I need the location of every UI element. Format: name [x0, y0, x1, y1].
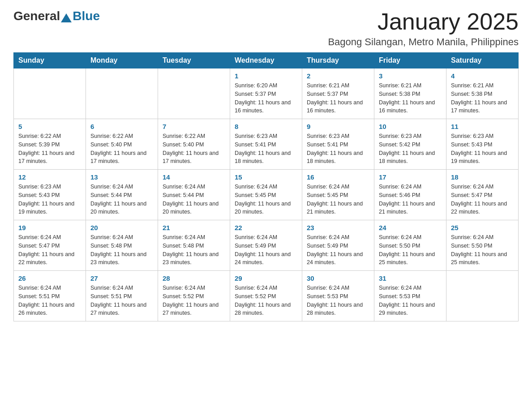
calendar-cell: 9Sunrise: 6:23 AM Sunset: 5:41 PM Daylig… — [302, 119, 374, 170]
calendar-cell: 25Sunrise: 6:24 AM Sunset: 5:50 PM Dayli… — [446, 220, 519, 271]
day-number: 23 — [307, 224, 369, 231]
logo: General Blue — [13, 9, 100, 23]
calendar-cell: 4Sunrise: 6:21 AM Sunset: 5:38 PM Daylig… — [446, 68, 519, 119]
calendar-cell: 31Sunrise: 6:24 AM Sunset: 5:53 PM Dayli… — [374, 271, 446, 321]
day-number: 26 — [18, 274, 81, 282]
day-number: 14 — [163, 173, 225, 181]
day-info: Sunrise: 6:23 AM Sunset: 5:43 PM Dayligh… — [18, 183, 81, 216]
calendar-cell: 26Sunrise: 6:24 AM Sunset: 5:51 PM Dayli… — [14, 271, 86, 321]
calendar-cell: 12Sunrise: 6:23 AM Sunset: 5:43 PM Dayli… — [14, 170, 86, 220]
calendar-cell: 14Sunrise: 6:24 AM Sunset: 5:44 PM Dayli… — [158, 170, 230, 220]
header-cell-saturday: Saturday — [446, 53, 519, 68]
day-info: Sunrise: 6:24 AM Sunset: 5:52 PM Dayligh… — [163, 284, 225, 317]
day-number: 15 — [235, 173, 297, 181]
logo-blue: Blue — [73, 9, 100, 23]
day-info: Sunrise: 6:21 AM Sunset: 5:38 PM Dayligh… — [451, 81, 514, 115]
day-info: Sunrise: 6:23 AM Sunset: 5:41 PM Dayligh… — [307, 132, 369, 166]
calendar-cell: 3Sunrise: 6:21 AM Sunset: 5:38 PM Daylig… — [374, 68, 446, 119]
day-number: 24 — [379, 224, 442, 231]
day-number: 16 — [307, 173, 369, 181]
day-number: 8 — [235, 123, 297, 130]
day-number: 7 — [163, 123, 225, 130]
day-number: 22 — [235, 224, 297, 231]
day-info: Sunrise: 6:24 AM Sunset: 5:48 PM Dayligh… — [163, 233, 225, 267]
day-number: 28 — [163, 274, 225, 282]
calendar-cell: 22Sunrise: 6:24 AM Sunset: 5:49 PM Dayli… — [230, 220, 302, 271]
day-info: Sunrise: 6:24 AM Sunset: 5:50 PM Dayligh… — [451, 233, 514, 267]
header-cell-friday: Friday — [374, 53, 446, 68]
calendar-cell: 16Sunrise: 6:24 AM Sunset: 5:45 PM Dayli… — [302, 170, 374, 220]
week-row-2: 5Sunrise: 6:22 AM Sunset: 5:39 PM Daylig… — [14, 119, 519, 170]
day-info: Sunrise: 6:24 AM Sunset: 5:50 PM Dayligh… — [379, 233, 442, 267]
calendar-cell: 27Sunrise: 6:24 AM Sunset: 5:51 PM Dayli… — [86, 271, 158, 321]
calendar-cell: 17Sunrise: 6:24 AM Sunset: 5:46 PM Dayli… — [374, 170, 446, 220]
day-number: 13 — [90, 173, 153, 181]
day-info: Sunrise: 6:22 AM Sunset: 5:40 PM Dayligh… — [90, 132, 153, 166]
day-number: 1 — [235, 72, 297, 80]
day-info: Sunrise: 6:23 AM Sunset: 5:43 PM Dayligh… — [451, 132, 514, 166]
header-cell-tuesday: Tuesday — [158, 53, 230, 68]
header-row: SundayMondayTuesdayWednesdayThursdayFrid… — [14, 53, 519, 68]
location-title: Bagong Silangan, Metro Manila, Philippin… — [328, 36, 519, 48]
day-info: Sunrise: 6:24 AM Sunset: 5:53 PM Dayligh… — [307, 284, 369, 317]
day-info: Sunrise: 6:24 AM Sunset: 5:45 PM Dayligh… — [307, 183, 369, 216]
calendar-body: 1Sunrise: 6:20 AM Sunset: 5:37 PM Daylig… — [14, 68, 519, 321]
day-number: 21 — [163, 224, 225, 231]
day-info: Sunrise: 6:24 AM Sunset: 5:44 PM Dayligh… — [90, 183, 153, 216]
day-info: Sunrise: 6:24 AM Sunset: 5:46 PM Dayligh… — [379, 183, 442, 216]
week-row-4: 19Sunrise: 6:24 AM Sunset: 5:47 PM Dayli… — [14, 220, 519, 271]
day-number: 29 — [235, 274, 297, 282]
day-info: Sunrise: 6:24 AM Sunset: 5:49 PM Dayligh… — [235, 233, 297, 267]
calendar-cell: 8Sunrise: 6:23 AM Sunset: 5:41 PM Daylig… — [230, 119, 302, 170]
day-info: Sunrise: 6:24 AM Sunset: 5:47 PM Dayligh… — [451, 183, 514, 216]
day-number: 12 — [18, 173, 81, 181]
day-number: 11 — [451, 123, 514, 130]
day-info: Sunrise: 6:24 AM Sunset: 5:51 PM Dayligh… — [90, 284, 153, 317]
calendar-table: SundayMondayTuesdayWednesdayThursdayFrid… — [13, 52, 519, 321]
calendar-cell: 2Sunrise: 6:21 AM Sunset: 5:37 PM Daylig… — [302, 68, 374, 119]
day-info: Sunrise: 6:24 AM Sunset: 5:44 PM Dayligh… — [163, 183, 225, 216]
title-area: January 2025 Bagong Silangan, Metro Mani… — [328, 9, 519, 48]
day-info: Sunrise: 6:24 AM Sunset: 5:47 PM Dayligh… — [18, 233, 81, 267]
calendar-cell — [14, 68, 86, 119]
calendar-cell: 19Sunrise: 6:24 AM Sunset: 5:47 PM Dayli… — [14, 220, 86, 271]
day-number: 27 — [90, 274, 153, 282]
week-row-1: 1Sunrise: 6:20 AM Sunset: 5:37 PM Daylig… — [14, 68, 519, 119]
logo-text: General Blue — [13, 9, 100, 23]
day-info: Sunrise: 6:24 AM Sunset: 5:49 PM Dayligh… — [307, 233, 369, 267]
day-info: Sunrise: 6:24 AM Sunset: 5:52 PM Dayligh… — [235, 284, 297, 317]
day-number: 30 — [307, 274, 369, 282]
header-cell-monday: Monday — [86, 53, 158, 68]
calendar-cell: 13Sunrise: 6:24 AM Sunset: 5:44 PM Dayli… — [86, 170, 158, 220]
day-number: 19 — [18, 224, 81, 231]
day-info: Sunrise: 6:24 AM Sunset: 5:45 PM Dayligh… — [235, 183, 297, 216]
calendar-cell: 18Sunrise: 6:24 AM Sunset: 5:47 PM Dayli… — [446, 170, 519, 220]
calendar-cell: 15Sunrise: 6:24 AM Sunset: 5:45 PM Dayli… — [230, 170, 302, 220]
calendar-cell: 11Sunrise: 6:23 AM Sunset: 5:43 PM Dayli… — [446, 119, 519, 170]
day-info: Sunrise: 6:22 AM Sunset: 5:40 PM Dayligh… — [163, 132, 225, 166]
logo-triangle-icon — [61, 13, 72, 22]
day-info: Sunrise: 6:24 AM Sunset: 5:51 PM Dayligh… — [18, 284, 81, 317]
day-number: 4 — [451, 72, 514, 80]
calendar-cell — [158, 68, 230, 119]
day-number: 10 — [379, 123, 442, 130]
day-number: 5 — [18, 123, 81, 130]
day-number: 17 — [379, 173, 442, 181]
day-info: Sunrise: 6:22 AM Sunset: 5:39 PM Dayligh… — [18, 132, 81, 166]
header: General Blue January 2025 Bagong Silanga… — [13, 9, 519, 48]
day-number: 3 — [379, 72, 442, 80]
calendar-cell: 1Sunrise: 6:20 AM Sunset: 5:37 PM Daylig… — [230, 68, 302, 119]
header-cell-thursday: Thursday — [302, 53, 374, 68]
logo-general: General — [13, 9, 60, 23]
calendar-cell: 6Sunrise: 6:22 AM Sunset: 5:40 PM Daylig… — [86, 119, 158, 170]
calendar-cell: 21Sunrise: 6:24 AM Sunset: 5:48 PM Dayli… — [158, 220, 230, 271]
calendar-cell: 7Sunrise: 6:22 AM Sunset: 5:40 PM Daylig… — [158, 119, 230, 170]
header-cell-wednesday: Wednesday — [230, 53, 302, 68]
day-number: 20 — [90, 224, 153, 231]
week-row-5: 26Sunrise: 6:24 AM Sunset: 5:51 PM Dayli… — [14, 271, 519, 321]
day-info: Sunrise: 6:21 AM Sunset: 5:38 PM Dayligh… — [379, 81, 442, 115]
day-info: Sunrise: 6:20 AM Sunset: 5:37 PM Dayligh… — [235, 81, 297, 115]
calendar-cell: 10Sunrise: 6:23 AM Sunset: 5:42 PM Dayli… — [374, 119, 446, 170]
calendar-cell: 24Sunrise: 6:24 AM Sunset: 5:50 PM Dayli… — [374, 220, 446, 271]
week-row-3: 12Sunrise: 6:23 AM Sunset: 5:43 PM Dayli… — [14, 170, 519, 220]
